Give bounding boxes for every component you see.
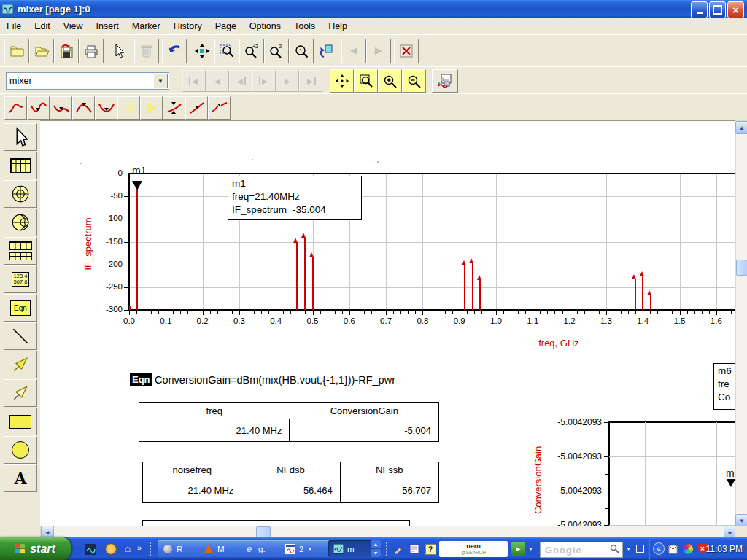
page-prev-button[interactable]: ◄ (206, 70, 229, 92)
print-button[interactable] (79, 39, 104, 63)
marker-peak-button[interactable] (72, 96, 95, 120)
marker-valley-button[interactable] (27, 96, 50, 120)
scroll-up-button[interactable]: ▲ (735, 121, 747, 134)
new-button[interactable] (4, 39, 29, 63)
page-view-button[interactable] (314, 39, 338, 63)
marker-peak-down-button[interactable] (50, 96, 72, 120)
palette-equation-button[interactable]: Eqn (4, 294, 37, 322)
conversion-gain-table[interactable]: freq ConversionGain 21.40 MHz -5.004 (139, 402, 439, 442)
notepad-icon[interactable] (409, 543, 420, 555)
palette-list-plot-button[interactable]: 123 4567 8 (4, 265, 37, 293)
page-last-button[interactable]: ► (299, 70, 322, 92)
tray-swirl-icon[interactable] (682, 543, 694, 555)
hide-tray-icons-button[interactable]: « (653, 543, 665, 555)
menu-marker[interactable]: Marker (125, 20, 167, 33)
start-button[interactable]: start (0, 537, 71, 560)
pen-icon[interactable] (392, 543, 404, 555)
palette-arrow-outline-button[interactable] (4, 379, 37, 407)
palette-circle-button[interactable] (4, 436, 37, 464)
task-button-g[interactable]: e g. (239, 540, 283, 557)
menu-edit[interactable]: Edit (28, 20, 57, 33)
select-tool-button[interactable] (107, 39, 131, 63)
task-button-ads-group[interactable]: 2 ▼ (280, 540, 331, 557)
zoom-in-2x-button[interactable]: +2 (239, 39, 264, 63)
pan-button[interactable] (190, 39, 214, 63)
horizontal-scroll-thumb[interactable] (256, 526, 271, 538)
maximize-button[interactable] (709, 1, 726, 18)
toolbar-grip[interactable] (150, 542, 152, 556)
palette-rect-plot-button[interactable] (4, 152, 37, 179)
menu-file[interactable]: File (0, 20, 28, 33)
palette-stacked-plot-button[interactable] (4, 237, 37, 265)
insert-marker-button[interactable] (4, 96, 27, 120)
page-first-button[interactable]: ◄ (182, 70, 206, 92)
marker-next-button[interactable] (140, 96, 163, 120)
quicklaunch-home-icon[interactable]: ⌂ (122, 542, 133, 554)
plot-dump-button[interactable] (432, 69, 458, 93)
vertical-scroll-thumb[interactable] (736, 260, 747, 276)
palette-arrow-filled-button[interactable] (4, 351, 37, 378)
task-button-m[interactable]: M (198, 540, 242, 557)
palette-rectangle-button[interactable] (4, 408, 37, 435)
close-button[interactable]: × (727, 1, 744, 18)
tasklist-scroll-up[interactable]: ▲ (371, 540, 381, 548)
search-go-button[interactable]: ► (511, 542, 525, 556)
marker-line-button[interactable] (185, 96, 208, 120)
marker-offset-button[interactable] (208, 96, 231, 120)
google-search-box[interactable]: Google (540, 542, 623, 558)
menu-options[interactable]: Options (243, 20, 287, 33)
help-icon[interactable]: ? (425, 543, 436, 555)
forward-button[interactable]: ► (366, 39, 391, 63)
view-zoom-out-button[interactable] (402, 69, 426, 93)
dataset-combo[interactable]: mixer ▼ (6, 72, 169, 90)
zoom-1to1-button[interactable]: 1 (289, 39, 314, 63)
combo-dropdown-button[interactable]: ▼ (153, 74, 168, 88)
menu-tools[interactable]: Tools (287, 20, 322, 33)
view-pan-button[interactable] (330, 69, 354, 93)
page-next-button[interactable]: ► (276, 70, 299, 92)
nero-search-box[interactable]: nero @SEARCH (439, 541, 508, 557)
back-button[interactable]: ◄ (341, 39, 366, 63)
palette-polar-plot-button[interactable] (4, 180, 37, 208)
open-button[interactable] (29, 39, 54, 63)
menu-page[interactable]: Page (209, 20, 243, 33)
zoom-area-button[interactable] (214, 39, 239, 63)
quicklaunch-overflow-chevron[interactable]: » (137, 543, 142, 552)
data-display-canvas[interactable]: 0.00.10.20.30.40.50.60.70.80.91.01.11.21… (40, 120, 735, 526)
deskband-dropdown-icon[interactable]: ▼ (528, 546, 533, 551)
vertical-scrollbar[interactable]: ▲ ▼ (735, 120, 747, 527)
menu-history[interactable]: History (167, 20, 209, 33)
toolbar-grip[interactable] (76, 542, 78, 556)
zoom-out-2x-button[interactable]: -2 (264, 39, 289, 63)
palette-smith-plot-button[interactable] (4, 209, 37, 236)
marker-m6-info-box[interactable]: m6 fre Co (713, 363, 735, 410)
task-button-r[interactable]: R (158, 540, 201, 557)
page-next2-button[interactable]: ► (252, 70, 276, 92)
marker-m1-symbol[interactable] (132, 181, 142, 190)
undo-button[interactable] (162, 39, 187, 63)
toolbar-grip[interactable] (385, 542, 387, 556)
marker-m1-info-box[interactable]: m1 freq=21.40MHz IF_spectrum=-35.004 (228, 176, 362, 220)
page-prev2-button[interactable]: ◄ (229, 70, 252, 92)
save-button[interactable] (54, 39, 79, 63)
tasklist-scroll-down[interactable]: ▼ (371, 549, 381, 557)
marker-min-button[interactable] (95, 96, 117, 120)
minimize-button[interactable] (691, 1, 708, 18)
close-page-button[interactable] (394, 39, 419, 63)
palette-select-button[interactable] (4, 123, 37, 151)
task-button-mixer-active[interactable]: m (328, 540, 375, 557)
desktop-button[interactable] (636, 545, 644, 553)
palette-text-button[interactable]: A (4, 464, 37, 492)
marker-delta-button[interactable] (163, 96, 185, 120)
view-zoom-area-button[interactable] (354, 69, 378, 93)
delete-button[interactable] (134, 39, 159, 63)
quicklaunch-app-icon[interactable] (85, 543, 96, 555)
quicklaunch-clock-icon[interactable] (105, 543, 117, 555)
marker-prev-button[interactable] (117, 96, 140, 120)
menu-view[interactable]: View (57, 20, 90, 33)
palette-line-button[interactable] (4, 322, 37, 350)
menu-help[interactable]: Help (322, 20, 354, 33)
tray-cards-icon[interactable] (667, 543, 679, 555)
google-dropdown-icon[interactable]: ▼ (626, 546, 631, 551)
view-zoom-in-button[interactable] (378, 69, 402, 93)
